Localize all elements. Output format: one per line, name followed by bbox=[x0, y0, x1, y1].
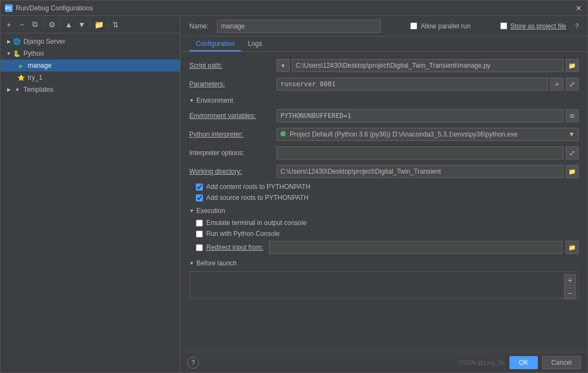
interpreter-options-row: Interpreter options: ⤢ bbox=[189, 146, 579, 160]
sidebar-toolbar: + − ⧉ ⚙ ▲ ▼ bbox=[1, 16, 180, 33]
separator-1 bbox=[43, 20, 44, 29]
add-icon: + bbox=[7, 20, 11, 29]
separator-4 bbox=[107, 20, 107, 29]
redirect-input-field[interactable] bbox=[269, 241, 562, 254]
store-project-group: Store as project file bbox=[500, 22, 567, 30]
working-dir-input[interactable] bbox=[277, 165, 563, 178]
store-project-checkbox[interactable] bbox=[500, 22, 507, 29]
header-help-icon[interactable]: ? bbox=[575, 22, 579, 30]
tree-item-try1[interactable]: ⭐ try_1 bbox=[1, 72, 180, 84]
tree-item-django-server[interactable]: ▶ 🌐 Django Server bbox=[1, 35, 180, 48]
script-path-browse-button[interactable]: 📁 bbox=[566, 59, 579, 72]
before-launch-minus-button[interactable]: − bbox=[564, 287, 576, 299]
app-icon: PC bbox=[5, 4, 13, 12]
before-launch-section: ▼ Before launch + − bbox=[189, 259, 579, 299]
script-type-dropdown[interactable]: ▼ bbox=[277, 59, 290, 72]
run-python-console-checkbox[interactable] bbox=[196, 230, 203, 238]
ok-button[interactable]: OK bbox=[509, 356, 537, 369]
parameters-input[interactable] bbox=[277, 78, 548, 91]
gear-icon: ⚙ bbox=[49, 20, 56, 29]
move-up-button[interactable]: ▲ bbox=[63, 19, 75, 31]
script-path-wrap: ▼ 📁 bbox=[277, 59, 579, 72]
remove-config-button[interactable]: − bbox=[16, 19, 28, 31]
tabs-bar: Configuration Logs bbox=[181, 37, 587, 52]
sort-button[interactable]: ⇅ bbox=[110, 19, 122, 31]
minus-icon: − bbox=[20, 20, 24, 29]
environment-section-header[interactable]: ▼ Environment bbox=[189, 97, 579, 104]
add-content-roots-row: Add content roots to PYTHONPATH bbox=[189, 183, 579, 191]
config-content: Script path: ▼ 📁 Parameters: + ⤢ bbox=[181, 52, 587, 352]
python-interpreter-select[interactable]: Project Default (Python 3.6 (py36)) D:\A… bbox=[277, 128, 579, 141]
emulate-terminal-row: Emulate terminal in output console bbox=[189, 219, 579, 227]
allow-parallel-checkbox[interactable] bbox=[410, 22, 417, 29]
store-project-label[interactable]: Store as project file bbox=[511, 22, 567, 30]
env-vars-wrap: ⧉ bbox=[277, 109, 579, 122]
add-source-roots-checkbox[interactable] bbox=[196, 194, 203, 202]
templates-label: Templates bbox=[23, 86, 53, 93]
add-content-roots-checkbox[interactable] bbox=[196, 183, 203, 191]
execution-section-header[interactable]: ▼ Execution bbox=[189, 207, 579, 215]
tab-configuration[interactable]: Configuration bbox=[189, 37, 241, 51]
sidebar: + − ⧉ ⚙ ▲ ▼ bbox=[1, 16, 181, 372]
interpreter-options-wrap: ⤢ bbox=[277, 146, 579, 159]
close-button[interactable]: ✕ bbox=[574, 4, 583, 13]
before-launch-add-button[interactable]: + bbox=[564, 274, 576, 286]
parameters-wrap: + ⤢ bbox=[277, 78, 579, 91]
before-launch-header[interactable]: ▼ Before launch bbox=[189, 259, 579, 267]
interpreter-dropdown-icon: ▼ bbox=[568, 131, 575, 138]
django-server-label: Django Server bbox=[23, 38, 65, 45]
tree-arrow-manage bbox=[13, 62, 17, 69]
allow-parallel-label: Allow parallel run bbox=[421, 22, 470, 30]
emulate-terminal-checkbox[interactable] bbox=[196, 220, 203, 227]
tree-item-python[interactable]: ▼ 🐍 Python bbox=[1, 48, 180, 60]
settings-button[interactable]: ⚙ bbox=[46, 19, 58, 31]
python-group-icon: 🐍 bbox=[13, 49, 21, 58]
add-config-button[interactable]: + bbox=[3, 19, 15, 31]
add-source-roots-row: Add source roots to PYTHONPATH bbox=[189, 194, 579, 202]
folder-button[interactable]: 📁 bbox=[93, 19, 105, 31]
run-debug-dialog: PC Run/Debug Configurations ✕ + − ⧉ ⚙ bbox=[0, 0, 588, 373]
env-vars-input[interactable] bbox=[277, 109, 563, 122]
redirect-input-browse-button[interactable]: 📁 bbox=[566, 241, 579, 254]
parameters-label[interactable]: Parameters: bbox=[189, 80, 277, 88]
config-tree: ▶ 🌐 Django Server ▼ 🐍 Python ▶ manage bbox=[1, 33, 180, 372]
cancel-button[interactable]: Cancel bbox=[542, 356, 581, 369]
script-path-input[interactable] bbox=[292, 59, 563, 72]
folder-icon: 📁 bbox=[94, 20, 104, 29]
python-interpreter-label[interactable]: Python interpreter: bbox=[189, 131, 277, 138]
python-interpreter-row: Python interpreter: Project Default (Pyt… bbox=[189, 127, 579, 141]
env-vars-label[interactable]: Environment variables: bbox=[189, 112, 277, 120]
tree-arrow-django: ▶ bbox=[5, 38, 13, 45]
working-dir-browse-button[interactable]: 📁 bbox=[566, 165, 579, 178]
redirect-input-checkbox[interactable] bbox=[196, 244, 203, 251]
name-input[interactable] bbox=[217, 20, 381, 33]
tree-item-manage[interactable]: ▶ manage bbox=[1, 60, 180, 72]
tree-arrow-python: ▼ bbox=[5, 50, 13, 57]
env-vars-browse-button[interactable]: ⧉ bbox=[566, 109, 579, 122]
allow-parallel-group: Allow parallel run bbox=[410, 22, 470, 30]
manage-run-icon: ▶ bbox=[17, 61, 26, 70]
redirect-input-label[interactable]: Redirect input from: bbox=[206, 244, 263, 251]
title-bar: PC Run/Debug Configurations ✕ bbox=[1, 1, 587, 16]
tab-logs[interactable]: Logs bbox=[241, 37, 268, 51]
separator-3 bbox=[90, 20, 91, 29]
parameters-add-button[interactable]: + bbox=[550, 78, 563, 91]
copy-config-button[interactable]: ⧉ bbox=[29, 19, 41, 31]
move-down-button[interactable]: ▼ bbox=[76, 19, 88, 31]
script-path-label[interactable]: Script path: bbox=[189, 62, 277, 69]
manage-label: manage bbox=[28, 62, 51, 69]
python-group-label: Python bbox=[23, 50, 44, 57]
working-dir-label[interactable]: Working directory: bbox=[189, 168, 277, 175]
tree-item-templates[interactable]: ▶ ✦ Templates bbox=[1, 84, 180, 96]
environment-section-label: Environment bbox=[196, 97, 233, 104]
interpreter-options-expand-button[interactable]: ⤢ bbox=[566, 146, 579, 159]
dialog-title: Run/Debug Configurations bbox=[16, 4, 574, 12]
up-arrow-icon: ▲ bbox=[65, 20, 73, 29]
down-arrow-icon: ▼ bbox=[78, 20, 86, 29]
tab-logs-label: Logs bbox=[248, 40, 262, 48]
parameters-expand-button[interactable]: ⤢ bbox=[566, 78, 579, 91]
interpreter-options-input[interactable] bbox=[277, 146, 563, 159]
help-button[interactable]: ? bbox=[187, 357, 199, 369]
dialog-body: + − ⧉ ⚙ ▲ ▼ bbox=[1, 16, 587, 372]
before-launch-arrow-icon: ▼ bbox=[189, 260, 194, 266]
